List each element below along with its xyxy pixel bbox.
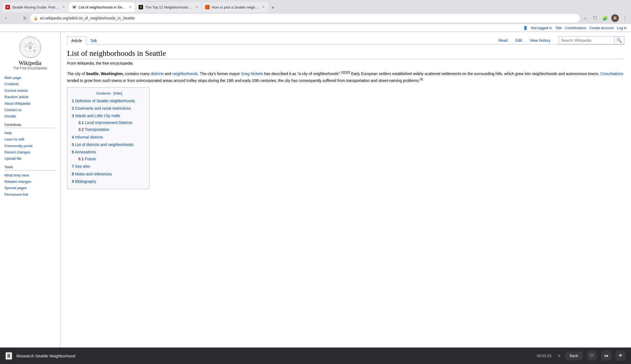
nav-permanent-link[interactable]: Permanent link (4, 191, 56, 198)
tab-action-view-history[interactable]: View history (526, 37, 554, 44)
toc-title: Contents [hide] (72, 91, 145, 95)
nav-upload-file[interactable]: Upload file (4, 155, 56, 162)
nav-main-page[interactable]: Main page (4, 75, 56, 81)
toolbar-icons: ☆ 🛡 🧩 R ⋮ (581, 14, 629, 22)
toc-link-5[interactable]: 5 List of districts and neighborhoods (72, 142, 133, 147)
tab-action-edit[interactable]: Edit (512, 37, 526, 44)
toc-item-3-2: 3.2 Transportation (78, 126, 145, 133)
menu-icon[interactable]: ⋮ (621, 14, 629, 22)
media-settings-button[interactable]: ⏮ (601, 351, 611, 361)
article-title: List of neighborhoods in Seattle (67, 49, 624, 59)
tab-title-3: The Top 12 Neighborhoods in S... (145, 5, 193, 9)
nav-contact[interactable]: Contact us (4, 107, 56, 113)
toc-link-6[interactable]: 6 Annexations (72, 150, 96, 154)
nav-special-pages[interactable]: Special pages (4, 185, 56, 191)
districts-link[interactable]: districts (151, 71, 164, 76)
user-icon: 👤 (523, 26, 528, 30)
tab-favicon-4: ! (205, 5, 210, 9)
address-bar[interactable]: 🔒 en.wikipedia.org/wiki/List_of_neighbor… (30, 14, 580, 23)
toc-link-9[interactable]: 9 Bibliography (72, 179, 96, 184)
tab-article[interactable]: Article (67, 37, 86, 45)
toc-list: 1 Definition of Seattle neighborhoods 2 … (72, 98, 145, 185)
browser-tab-4[interactable]: ! How to pick a Seattle neighbor... × (202, 2, 268, 12)
profile-icon[interactable]: R (611, 14, 619, 22)
tab-close-3[interactable]: × (196, 5, 198, 10)
wiki-search-button[interactable]: 🔍 (614, 37, 624, 44)
talk-link[interactable]: Talk (555, 26, 562, 30)
browser-toolbar: ‹ › ↻ 🔒 en.wikipedia.org/wiki/List_of_ne… (0, 12, 631, 24)
media-back-button[interactable]: Back (565, 351, 583, 360)
extensions-icon[interactable]: 🧩 (601, 14, 609, 22)
tab-action-read[interactable]: Read (495, 37, 511, 44)
tab-close-4[interactable]: × (262, 5, 265, 10)
forward-button[interactable]: › (12, 14, 19, 22)
wiki-tab-actions: Read Edit View history 🔍 (495, 36, 624, 44)
toc-item-2: 2 Covenants and racial restrictions (72, 105, 145, 112)
toc-item-3: 3 Wards and Little City Halls 3.1 Local … (72, 112, 145, 133)
browser-tab-2[interactable]: W List of neighborhoods in Seattl... × (69, 2, 135, 12)
create-account-link[interactable]: Create account (589, 26, 613, 30)
toc-item-7: 7 See also (72, 163, 145, 170)
wiki-logo-title: Wikipedia (4, 60, 56, 66)
toc-hide-link[interactable]: [hide] (113, 91, 122, 95)
wiki-header: 👤 Not logged in Talk Contributions Creat… (0, 24, 631, 32)
media-eye-slash-button[interactable]: 👁 (616, 351, 625, 361)
contributions-link[interactable]: Contributions (565, 26, 586, 30)
tab-close-2[interactable]: × (129, 5, 131, 10)
lock-icon: 🔒 (34, 16, 38, 20)
toc-sub-3: 3.1 Local Improvement Districts 3.2 Tran… (72, 119, 145, 133)
nav-related-changes[interactable]: Related changes (4, 178, 56, 185)
contribute-section-title: Contribute (4, 123, 56, 127)
nav-recent-changes[interactable]: Recent changes (4, 149, 56, 155)
toc-link-3[interactable]: 3 Wards and Little City Halls (72, 114, 120, 118)
wiki-search-box[interactable]: 🔍 (559, 36, 624, 44)
toc-item-6: 6 Annexations 6.1 Future (72, 149, 145, 162)
toc-item-8: 8 Notes and references (72, 171, 145, 178)
media-play-pause-button[interactable]: ⏸ (6, 352, 12, 360)
new-tab-button[interactable]: + (268, 3, 277, 12)
tab-bar: R Seattle Moving Guide: Find the... × W … (0, 0, 631, 12)
wiki-main: Article Talk Read Edit View history 🔍 Li… (61, 32, 631, 363)
toc-item-3-1: 3.1 Local Improvement Districts (78, 119, 145, 126)
star-icon[interactable]: ☆ (581, 14, 589, 22)
svg-text:W: W (25, 45, 27, 47)
tab-favicon-1: R (6, 5, 10, 9)
neighborhoods-link[interactable]: neighborhoods (172, 71, 198, 76)
toc-link-3-2[interactable]: 3.2 Transportation (78, 127, 109, 132)
nav-donate[interactable]: Donate (4, 113, 56, 119)
wiki-search-input[interactable] (559, 37, 614, 44)
login-link[interactable]: Log in (617, 26, 627, 30)
nav-random-article[interactable]: Random article (4, 94, 56, 100)
toc-link-7[interactable]: 7 See also (72, 164, 90, 169)
greg-nickels-link[interactable]: Greg Nickels (241, 71, 263, 76)
toc-link-1[interactable]: 1 Definition of Seattle neighborhoods (72, 99, 135, 103)
back-button[interactable]: ‹ (2, 14, 10, 22)
media-close-button[interactable]: ✕ (557, 353, 561, 359)
toc-link-2[interactable]: 2 Covenants and racial restrictions (72, 106, 131, 111)
nav-what-links-here[interactable]: What links here (4, 172, 56, 178)
media-shield-button[interactable]: 🛡 (587, 351, 597, 361)
toc-link-3-1[interactable]: 3.1 Local Improvement Districts (78, 120, 132, 125)
nav-learn-to-edit[interactable]: Learn to edit (4, 136, 56, 142)
browser-tab-1[interactable]: R Seattle Moving Guide: Find the... × (2, 2, 68, 12)
nav-community-portal[interactable]: Community portal (4, 143, 56, 149)
tab-close-1[interactable]: × (62, 5, 65, 10)
browser-tab-3[interactable]: S The Top 12 Neighborhoods in S... × (135, 2, 201, 12)
toc-link-6-1[interactable]: 6.1 Future (78, 157, 96, 161)
wiki-body: Ω W 維 Wikipedia The Free Encyclopedia Ma… (0, 32, 631, 363)
main-nav-section: Main page Contents Current events Random… (4, 75, 56, 120)
tab-talk[interactable]: Talk (86, 37, 101, 45)
nav-about[interactable]: About Wikipedia (4, 100, 56, 107)
nav-help[interactable]: Help (4, 130, 56, 136)
conurbations-link[interactable]: Conurbations (600, 71, 623, 76)
shield-icon[interactable]: 🛡 (591, 14, 599, 22)
wiki-content: List of neighborhoods in Seattle From Wi… (67, 49, 624, 194)
tab-favicon-2: W (72, 5, 76, 9)
nav-contents[interactable]: Contents (4, 81, 56, 87)
nav-current-events[interactable]: Current events (4, 87, 56, 94)
tab-favicon-3: S (139, 5, 143, 9)
toc-link-4[interactable]: 4 Informal districts (72, 135, 103, 139)
reload-button[interactable]: ↻ (21, 14, 29, 22)
toc-link-8[interactable]: 8 Notes and references (72, 172, 112, 176)
tab-title-4: How to pick a Seattle neighbor... (212, 5, 260, 9)
